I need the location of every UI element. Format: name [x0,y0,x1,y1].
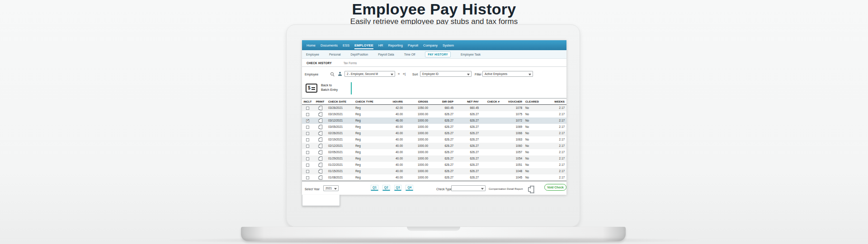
nav-item-payroll[interactable]: Payroll [408,43,418,47]
cell-check-no [481,117,501,124]
table-row[interactable]: 03/19/2021Reg40.001000.00626.27626.27107… [302,111,566,117]
cell-net-pay: 626.27 [455,155,481,162]
column-header-hours[interactable]: HOURS [382,99,405,105]
nav-item-system[interactable]: System [443,43,454,47]
table-row[interactable]: 01/08/2021Reg40.001000.00626.27626.27104… [302,174,566,181]
tab-dept-position[interactable]: Dept/Position [351,53,368,56]
nav-item-home[interactable]: Home [307,43,316,47]
sort-select[interactable]: Employee ID [420,71,472,77]
cell-hours: 40.00 [382,149,405,155]
subtab-check-history[interactable]: CHECK HISTORY [307,61,332,65]
table-row[interactable]: 03/26/2021Reg42.001050.00660.45660.45107… [302,105,566,112]
table-row[interactable]: 02/05/2021Reg40.001000.00626.27626.27105… [302,149,566,155]
back-to-batch-entry-button[interactable]: Back to Batch Entry [321,83,338,92]
table-row[interactable]: 03/05/2021Reg40.001000.00626.27626.27106… [302,124,566,130]
void-check-button[interactable]: Void Check [544,184,566,191]
print-icon[interactable] [318,126,322,129]
quarter-link-q4[interactable]: Q4 [406,185,413,191]
print-icon[interactable] [318,170,322,173]
nav-item-company[interactable]: Company [423,43,438,47]
include-checkbox[interactable] [306,145,309,148]
include-checkbox[interactable] [306,113,309,116]
column-header-check-type[interactable]: CHECK TYPE [354,99,382,105]
include-checkbox[interactable] [306,176,309,179]
print-icon[interactable] [318,145,322,148]
table-row[interactable]: 01/29/2021Reg40.001000.00626.27626.27105… [302,155,566,162]
print-icon[interactable] [318,119,322,122]
last-employee-icon[interactable]: »| [403,72,406,76]
page-title: Employee Pay History [0,0,868,18]
column-header-check-date[interactable]: CHECK DATE [327,99,354,105]
print-cell [313,168,327,174]
check-type-select[interactable] [451,185,486,191]
filter-select-value: Active Employees [485,72,507,75]
tab-employee[interactable]: Employee [306,53,319,56]
include-checkbox[interactable] [306,170,309,173]
cell-check-type: Reg [354,155,382,162]
nav-item-employee[interactable]: EMPLOYEE [354,43,373,47]
tab-payroll-data[interactable]: Payroll Data [378,53,394,56]
column-header-voucher[interactable]: VOUCHER [501,99,524,105]
quarter-link-q3[interactable]: Q3 [394,185,402,191]
filter-select[interactable]: Active Employees [482,71,533,77]
nav-item-ess[interactable]: ESS [343,43,349,47]
column-header-cleared[interactable]: CLEARED [524,99,544,105]
tab-pay-history[interactable]: PAY HISTORY [425,52,451,57]
nav-item-reporting[interactable]: Reporting [388,43,403,47]
cell-weeks: 2.17 [544,174,566,181]
include-checkbox[interactable] [306,107,309,110]
tab-personal[interactable]: Personal [329,53,341,56]
column-header-inclt[interactable]: INCLT [302,99,313,105]
include-checkbox[interactable] [306,164,309,167]
quarter-link-q2[interactable]: Q2 [382,185,390,191]
print-icon[interactable] [318,132,322,135]
print-icon[interactable] [318,107,322,110]
column-header-print[interactable]: PRINT [313,99,327,105]
column-header-check[interactable]: CHECK # [481,99,501,105]
floor-shadow [163,237,705,244]
table-row[interactable]: 02/26/2021Reg40.001000.00626.27626.27106… [302,130,566,136]
print-icon[interactable] [318,113,322,116]
subtab-tax-forms[interactable]: Tax Forms [344,61,357,65]
table-row[interactable]: 01/22/2021Reg40.001000.00626.27626.27105… [302,162,566,168]
cell-hours: 40.00 [382,168,405,174]
print-icon[interactable] [318,151,322,154]
cell-dir-dep: 626.27 [430,149,455,155]
print-icon[interactable] [318,176,322,179]
tab-employee-task[interactable]: Employee Task [461,53,481,56]
cell-check-type: Reg [354,162,382,168]
include-checkbox[interactable] [306,157,309,160]
nav-item-documents[interactable]: Documents [321,43,338,47]
column-header-dir-dep[interactable]: DIR DEP [430,99,455,105]
accent-bar [351,82,352,94]
table-row[interactable]: 02/12/2021Reg40.001000.00626.27626.27106… [302,143,566,149]
nav-item-hr[interactable]: HR [378,43,383,47]
include-checkbox[interactable] [306,119,309,122]
include-checkbox[interactable] [306,151,309,154]
column-header-gross[interactable]: GROSS [405,99,430,105]
employee-select[interactable]: 2 - Employee, Second M [344,71,395,77]
print-cell [313,136,327,143]
next-employee-icon[interactable]: » [398,72,400,76]
tab-time-off[interactable]: Time Off [404,53,415,56]
include-checkbox[interactable] [306,132,309,135]
table-row[interactable]: 03/12/2021Reg46.001000.00626.27626.27107… [302,117,566,124]
year-select[interactable]: 2021 [323,185,339,191]
cell-cleared: No [524,155,544,162]
cell-check-date: 03/05/2021 [327,124,354,130]
table-row[interactable]: 01/15/2021Reg40.001000.00626.27626.27104… [302,168,566,174]
print-icon[interactable] [318,164,322,167]
print-cell [313,117,327,124]
employee-lookup-icon[interactable] [338,72,342,76]
column-header-weeks[interactable]: WEEKS [544,99,566,105]
print-icon[interactable] [318,138,322,141]
print-icon[interactable] [318,157,322,160]
cell-voucher: 1075 [501,111,524,117]
include-checkbox[interactable] [306,126,309,129]
include-checkbox[interactable] [306,138,309,141]
quarter-link-q1[interactable]: Q1 [371,185,378,191]
search-icon[interactable] [330,72,335,76]
column-header-net-pay[interactable]: NET PAY [455,99,481,105]
table-row[interactable]: 02/19/2021Reg40.001000.00626.27626.27106… [302,136,566,143]
report-print-icon[interactable] [528,185,535,192]
